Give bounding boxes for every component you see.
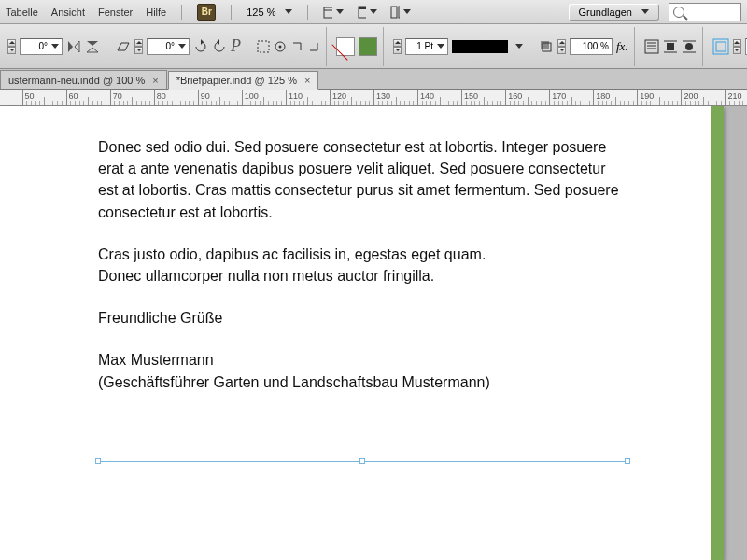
rotate-ccw-icon[interactable] [212, 39, 227, 54]
menu-hilfe[interactable]: Hilfe [146, 7, 166, 18]
document-tabs: ustermann-neu.indd @ 100 % × *Briefpapie… [0, 69, 747, 90]
svg-rect-28 [716, 42, 726, 51]
svg-marker-8 [87, 41, 98, 46]
effects-icon[interactable]: fx. [616, 39, 628, 54]
drop-shadow-icon[interactable] [539, 39, 554, 54]
rotate-cw-icon[interactable] [193, 39, 208, 54]
search-input[interactable] [669, 3, 741, 21]
svg-rect-17 [645, 40, 658, 53]
svg-rect-21 [667, 43, 674, 50]
svg-marker-11 [217, 39, 219, 45]
zoom-level-dropdown[interactable]: 125 % [247, 7, 292, 18]
shear-icon[interactable] [116, 39, 131, 54]
svg-marker-7 [75, 41, 79, 52]
frame-handle[interactable] [95, 458, 101, 464]
menu-bar: Tabelle Ansicht Fenster Hilfe Br 125 % G… [0, 0, 747, 24]
svg-rect-5 [399, 7, 400, 18]
body-paragraph: Donec ullamcorper nulla non metus auctor… [98, 265, 626, 287]
rotation-field[interactable]: 0° [20, 38, 63, 55]
stroke-style-dropdown[interactable] [452, 40, 508, 53]
select-next-icon[interactable] [307, 40, 320, 53]
stepper[interactable] [134, 39, 143, 54]
svg-marker-10 [201, 39, 204, 45]
svg-marker-6 [68, 41, 73, 52]
svg-rect-12 [258, 41, 269, 52]
menu-fenster[interactable]: Fenster [98, 7, 133, 18]
tab-document-2[interactable]: *Briefpapier.indd @ 125 % × [168, 71, 319, 90]
menu-tabelle[interactable]: Tabelle [6, 7, 38, 18]
stroke-swatch[interactable] [359, 37, 377, 56]
body-paragraph: Donec sed odio dui. Sed posuere consecte… [98, 136, 626, 223]
separator [231, 5, 232, 20]
flip-horizontal-icon[interactable] [66, 39, 81, 54]
control-panel: 0° 0° P 1 Pt 100 % fx. [0, 24, 747, 69]
frame-handle[interactable] [359, 458, 365, 464]
svg-rect-3 [359, 7, 366, 9]
tab-label: ustermann-neu.indd @ 100 % [8, 75, 145, 86]
text-wrap-bbox-icon[interactable] [663, 39, 678, 54]
svg-point-24 [685, 43, 693, 50]
menu-ansicht[interactable]: Ansicht [51, 7, 85, 18]
arrange-docs-icon[interactable] [390, 3, 411, 21]
separator [307, 5, 308, 20]
svg-rect-0 [324, 7, 332, 18]
select-content-icon[interactable] [274, 40, 287, 53]
shear-field[interactable]: 0° [147, 38, 190, 55]
workspace-switcher[interactable]: Grundlagen [569, 4, 660, 21]
opacity-field[interactable]: 100 % [570, 38, 613, 55]
chevron-down-icon [403, 9, 411, 14]
chevron-down-icon [285, 9, 292, 14]
screen-mode-icon[interactable] [357, 3, 377, 21]
text-wrap-shape-icon[interactable] [682, 39, 697, 54]
select-container-icon[interactable] [257, 40, 270, 53]
signature-title: (Geschäftsführer Garten und Landschaftsb… [98, 371, 626, 393]
zoom-level-value: 125 % [247, 7, 275, 18]
horizontal-ruler[interactable]: 5060708090100110120130140150160170180190… [0, 90, 747, 106]
workspace-label: Grundlagen [579, 7, 633, 18]
select-prev-icon[interactable] [290, 40, 303, 53]
tab-document-1[interactable]: ustermann-neu.indd @ 100 % × [0, 70, 167, 89]
svg-rect-15 [541, 41, 549, 49]
separator [181, 5, 182, 20]
dim-stepper[interactable] [733, 39, 741, 54]
close-icon[interactable]: × [152, 75, 158, 86]
page: Donec sed odio dui. Sed posuere consecte… [0, 106, 724, 560]
tab-label: *Briefpapier.indd @ 125 % [176, 75, 297, 86]
text-wrap-none-icon[interactable] [644, 39, 659, 54]
chevron-down-icon [336, 9, 344, 14]
chevron-down-icon [370, 9, 377, 14]
flip-vertical-icon[interactable] [85, 39, 100, 54]
svg-rect-4 [391, 7, 397, 18]
close-icon[interactable]: × [304, 75, 310, 86]
paragraph-style-icon[interactable]: P [231, 36, 241, 56]
fill-swatch[interactable] [336, 37, 355, 56]
frame-handle[interactable] [625, 458, 630, 464]
page-edge [711, 106, 724, 560]
frame-fitting-icon[interactable] [712, 38, 729, 55]
stroke-weight-stepper[interactable] [393, 39, 402, 54]
bridge-icon[interactable]: Br [197, 4, 216, 21]
body-paragraph: Cras justo odio, dapibus ac facilisis in… [98, 244, 626, 265]
closing-line: Freundliche Grüße [98, 307, 626, 329]
chevron-down-icon [641, 9, 649, 14]
view-options-icon[interactable] [323, 3, 344, 21]
opacity-stepper[interactable] [557, 39, 566, 54]
search-icon [673, 7, 684, 18]
svg-rect-27 [713, 39, 728, 54]
text-frame-content[interactable]: Donec sed odio dui. Sed posuere consecte… [98, 136, 626, 393]
signature-name: Max Mustermann [98, 349, 626, 371]
stroke-weight-field[interactable]: 1 Pt [405, 38, 448, 55]
svg-point-14 [279, 45, 282, 48]
stepper[interactable] [7, 39, 16, 54]
document-canvas[interactable]: Donec sed odio dui. Sed posuere consecte… [0, 106, 747, 560]
svg-marker-9 [87, 48, 98, 52]
